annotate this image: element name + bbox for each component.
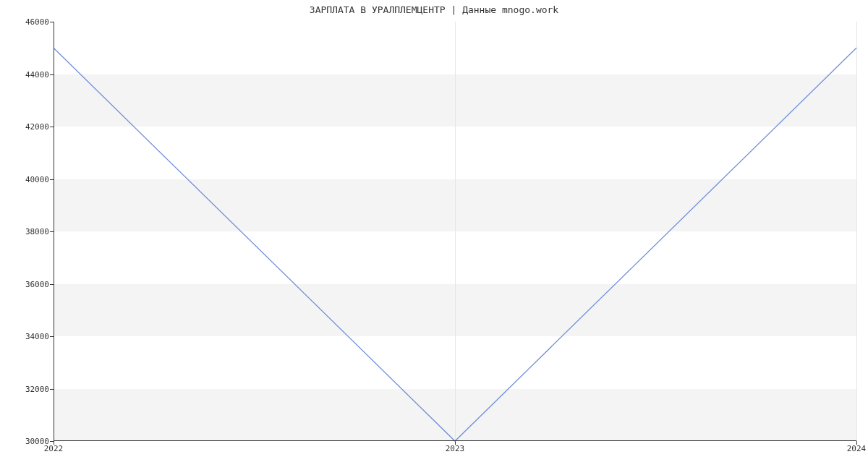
y-tick-label: 46000 xyxy=(6,17,49,27)
y-tick-label: 34000 xyxy=(6,332,49,341)
x-tick-label: 2022 xyxy=(44,444,64,453)
x-tick-label: 2024 xyxy=(847,444,867,453)
salary-line-chart: ЗАРПЛАТА В УРАЛПЛЕМЦЕНТР | Данные mnogo.… xyxy=(0,0,868,470)
y-tick-label: 32000 xyxy=(6,384,49,393)
y-tick-label: 40000 xyxy=(6,174,49,184)
y-tick-label: 44000 xyxy=(6,69,49,79)
vertical-gridline xyxy=(856,22,857,441)
plot-area xyxy=(54,22,856,441)
x-tick-label: 2023 xyxy=(446,444,465,453)
y-tick-label: 30000 xyxy=(6,437,49,446)
y-tick-label: 42000 xyxy=(6,122,49,132)
y-tick-label: 36000 xyxy=(6,279,49,289)
y-tick-label: 38000 xyxy=(6,227,49,236)
chart-title: ЗАРПЛАТА В УРАЛПЛЕМЦЕНТР | Данные mnogo.… xyxy=(0,4,868,15)
plot-frame xyxy=(54,22,856,441)
